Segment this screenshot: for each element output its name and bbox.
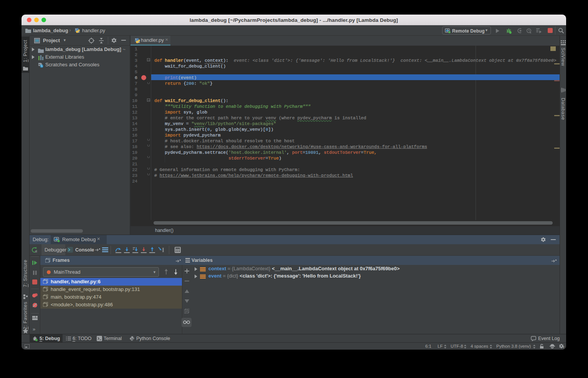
svg-text:?: ? xyxy=(562,345,564,349)
